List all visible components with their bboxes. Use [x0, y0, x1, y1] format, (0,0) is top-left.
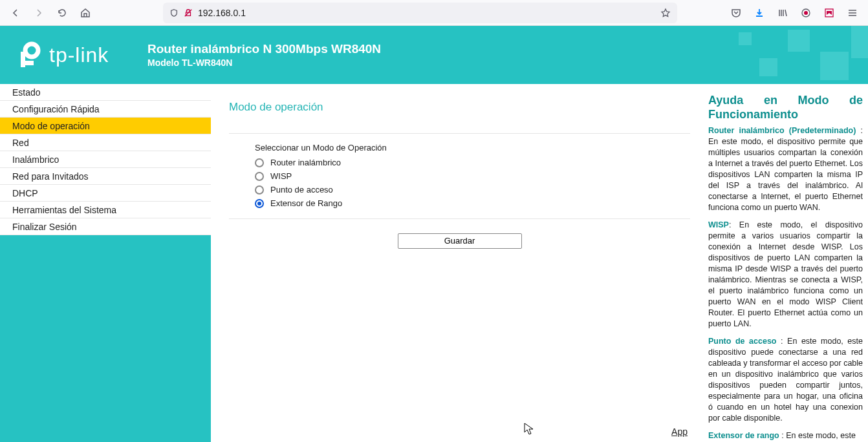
help-title: Ayuda en Modo de Funcionamiento	[708, 93, 863, 121]
brand-text: tp-link	[49, 43, 109, 67]
extension1-icon[interactable]	[797, 4, 815, 22]
browser-toolbar: 192.168.0.1	[0, 0, 868, 26]
svg-point-2	[804, 11, 808, 15]
lock-insecure-icon	[184, 8, 193, 17]
panel-heading: Modo de operación	[229, 101, 690, 123]
divider	[229, 218, 690, 219]
radio-label: Router inalámbrico	[270, 158, 341, 167]
forward-button[interactable]	[28, 3, 49, 23]
radio-option-extensor-de-rango[interactable]: Extensor de Rango	[255, 198, 690, 208]
radio-icon	[255, 199, 264, 208]
app-link[interactable]: App	[671, 426, 688, 437]
radio-option-wisp[interactable]: WISP	[255, 171, 690, 181]
radio-icon	[255, 172, 264, 181]
main-panel: Modo de operación Seleccionar un Modo de…	[217, 84, 702, 442]
help-paragraph: Punto de acceso : En este modo, este dis…	[708, 336, 863, 424]
extension2-icon[interactable]	[820, 4, 838, 22]
reload-button[interactable]	[52, 3, 72, 23]
help-paragraph: Router inalámbrico (Predeterminado) : En…	[708, 125, 863, 213]
sidebar-item-dhcp[interactable]: DHCP	[0, 185, 211, 202]
radio-label: Punto de acceso	[270, 185, 333, 195]
sidebar-item-finalizar-sesión[interactable]: Finalizar Sesión	[0, 218, 211, 235]
sidebar-item-modo-de-operación[interactable]: Modo de operación	[0, 118, 211, 134]
url-text: 192.168.0.1	[198, 8, 655, 18]
header-banner: tp-link Router inalámbrico N 300Mbps WR8…	[0, 26, 868, 84]
back-button[interactable]	[5, 3, 26, 23]
radio-option-router-inalámbrico[interactable]: Router inalámbrico	[255, 158, 690, 167]
shield-icon	[169, 8, 179, 17]
radio-label: WISP	[270, 171, 292, 181]
sidebar-item-estado[interactable]: Estado	[0, 84, 211, 101]
sidebar-item-red-para-invitados[interactable]: Red para Invitados	[0, 168, 211, 185]
help-paragraph: Extensor de rango : En este modo, este	[708, 430, 863, 441]
star-icon[interactable]	[660, 8, 671, 18]
mouse-cursor	[524, 423, 534, 438]
sidebar-item-red[interactable]: Red	[0, 134, 211, 151]
divider	[229, 133, 690, 134]
sidebar: EstadoConfiguración RápidaModo de operac…	[0, 84, 211, 442]
download-icon[interactable]	[750, 4, 768, 22]
model-text: Modelo TL-WR840N	[147, 58, 381, 68]
address-bar[interactable]: 192.168.0.1	[163, 3, 677, 23]
help-paragraph: WISP: En este modo, el dispositivo permi…	[708, 220, 863, 330]
logo: tp-link	[13, 39, 109, 71]
help-panel: Ayuda en Modo de Funcionamiento Router i…	[708, 84, 868, 442]
save-button[interactable]: Guardar	[398, 233, 522, 249]
decorative-squares	[700, 26, 868, 84]
svg-point-4	[25, 44, 38, 57]
sidebar-item-inalámbrico[interactable]: Inalámbrico	[0, 151, 211, 168]
radio-label: Extensor de Rango	[270, 198, 342, 208]
sidebar-item-configuración-rápida[interactable]: Configuración Rápida	[0, 101, 211, 118]
library-icon[interactable]	[774, 4, 792, 22]
section-label: Seleccionar un Modo de Operación	[255, 143, 690, 153]
home-button[interactable]	[75, 3, 96, 23]
radio-option-punto-de-acceso[interactable]: Punto de acceso	[255, 185, 690, 195]
svg-rect-6	[21, 61, 34, 65]
sidebar-item-herramientas-del-sistema[interactable]: Herramientas del Sistema	[0, 202, 211, 218]
menu-icon[interactable]	[843, 4, 862, 22]
pocket-icon[interactable]	[727, 4, 745, 22]
radio-icon	[255, 158, 264, 167]
radio-icon	[255, 185, 264, 195]
page-title: Router inalámbrico N 300Mbps WR840N	[147, 42, 381, 56]
